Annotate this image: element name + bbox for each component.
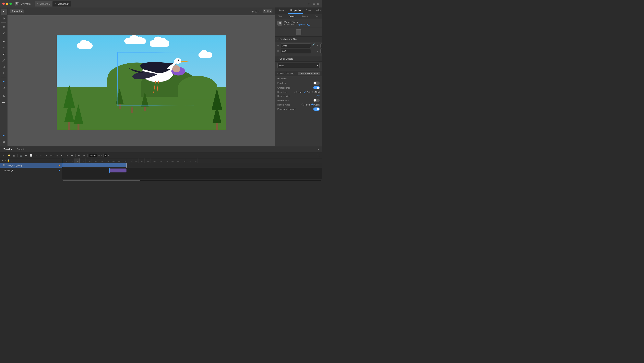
bone-type-hard[interactable]: Hard (294, 91, 302, 93)
tab-timeline[interactable]: Timeline (2, 147, 14, 152)
timeline-tracks[interactable]: 10 20 30 40 50 60 70 80 90 100 110 120 1… (62, 158, 322, 182)
h-row: H 🔗 Y (277, 49, 320, 53)
more-tools[interactable]: ••• (1, 100, 7, 106)
delete-layer-button[interactable]: 🗑 (12, 153, 16, 158)
layers-stack-icon: ⊞ (2, 159, 3, 162)
timeline-toolbar: + 📁 🗑 📷 ⏺ ⬜ ⊡ ⟳ ⊗ ◁◁ ◁ ■ ▷ ▶ ↩ ↪ 30.00 F… (0, 153, 322, 158)
create-bones-toggle[interactable] (313, 86, 320, 89)
canvas-container: Scene 1 ▾ ⊕ ⊠ ▭ 51% ▾ (8, 8, 275, 146)
bone-type-flexi[interactable]: Flexi (312, 91, 320, 93)
camera-button[interactable]: 📷 (19, 153, 23, 158)
onion-button[interactable]: ⊡ (34, 153, 38, 158)
section-color-effects[interactable]: ▾ Color Effects (275, 56, 322, 62)
color-effects-dropdown[interactable]: None ▾ (277, 63, 320, 68)
layer-layer1[interactable]: □ Layer_1 (0, 168, 62, 173)
scroll-thumb[interactable] (63, 180, 140, 181)
snap-icon-3[interactable]: ▭ (258, 10, 261, 13)
redo-button[interactable]: ↪ (82, 153, 86, 158)
object-instance-label: Instance of: WarpedAsset_1 (284, 23, 320, 26)
bone-tool[interactable]: ✦ (1, 79, 7, 85)
text-tool[interactable]: T (1, 70, 7, 76)
handle-open[interactable]: Open (312, 104, 320, 106)
tab-close-icon2[interactable]: ✕ (55, 3, 56, 5)
record-button[interactable]: ⏺ (24, 153, 28, 158)
paint-tool[interactable]: 🖊 (1, 58, 7, 63)
snap-icon-1[interactable]: ⊕ (252, 10, 254, 13)
fps-display[interactable]: 30.00 (89, 154, 97, 157)
maximize-button[interactable] (10, 3, 12, 5)
tab-align[interactable]: Align (314, 8, 322, 14)
shape-tool[interactable]: □ (1, 64, 7, 70)
width-input[interactable] (281, 44, 311, 48)
reset-warped-asset-button[interactable]: ↺ Reset warped asset (298, 72, 320, 75)
free-transform-tool[interactable]: ⟲ (1, 24, 7, 30)
add-layer-button[interactable]: + (2, 153, 6, 158)
camera-tool[interactable]: ⊙ (1, 85, 7, 91)
canvas[interactable]: + (8, 15, 275, 146)
tab-close-icon[interactable]: ✕ (37, 3, 38, 5)
bone-type-soft[interactable]: Soft (304, 91, 310, 93)
pencil-tool[interactable]: ✏ (1, 45, 7, 51)
fullscreen-icon[interactable]: ▷ (318, 2, 320, 5)
rewind-button[interactable]: ◁◁ (49, 153, 54, 158)
scene-selector[interactable]: Scene 1 ▾ (10, 10, 24, 14)
section-position-size[interactable]: ▾ Position and Size (275, 37, 322, 42)
pen-tool[interactable]: ✒ (1, 39, 7, 45)
propagate-changes-toggle[interactable] (313, 108, 320, 111)
section-warp-options[interactable]: ▾ Warp Options ↺ Reset warped asset (275, 71, 322, 76)
sub-tab-frame[interactable]: Frame (300, 14, 310, 19)
stork-keyframe (62, 163, 62, 168)
layer-lock-icon: 🔒 (7, 159, 10, 162)
wh-row: W 🔗 X (277, 44, 320, 48)
tab-color[interactable]: Color (304, 8, 314, 14)
object-thumb-area (275, 28, 322, 37)
loop-button[interactable]: ⟳ (39, 153, 44, 158)
sub-tab-doc[interactable]: Doc (313, 14, 320, 19)
link-icon[interactable]: 🔗 (312, 44, 315, 48)
frame-display[interactable]: 1 (104, 154, 108, 157)
zoom-tool[interactable]: ⊕ (1, 93, 7, 99)
snap-icon-2[interactable]: ⊠ (255, 10, 257, 13)
folder-button[interactable]: 📁 (7, 153, 11, 158)
timeline-options-icon[interactable]: ≡ (316, 147, 320, 152)
height-input[interactable] (281, 49, 311, 53)
handle-fixed[interactable]: Fixed (302, 104, 310, 106)
zoom-control[interactable]: 51% ▾ (262, 10, 272, 14)
stop-button[interactable]: ■ (60, 153, 64, 158)
tab-output[interactable]: Output (15, 147, 26, 152)
track-stork[interactable] (62, 163, 322, 168)
brush-tool[interactable]: 🖌 (1, 51, 7, 57)
window-icon[interactable]: ▭ (312, 2, 315, 5)
expand-timeline-button[interactable]: ⛶ (316, 153, 320, 158)
tab-properties[interactable]: Properties (288, 8, 303, 14)
close-button[interactable] (2, 3, 5, 5)
mask-button[interactable]: ⊗ (44, 153, 48, 158)
frame-button[interactable]: ⬜ (29, 153, 33, 158)
sub-tab-tool[interactable]: Tool (277, 14, 284, 19)
prev-frame-button[interactable]: ◁ (54, 153, 59, 158)
color-swatch-icon[interactable]: ◼ (1, 132, 7, 138)
snap-to-grid-icon[interactable]: ⊞ (1, 139, 7, 145)
freeze-joint-toggle[interactable] (313, 99, 320, 102)
play-button[interactable]: ▶ (70, 153, 74, 158)
x-input[interactable] (320, 44, 322, 48)
section-title-position: Position and Size (280, 38, 320, 41)
undo-button[interactable]: ↩ (77, 153, 81, 158)
transform-tool[interactable]: ⤢ (1, 30, 7, 36)
sub-tab-object[interactable]: Object (288, 14, 297, 19)
tab-untitled1[interactable]: ✕ Untitled-1 (34, 1, 52, 7)
subselect-tool[interactable]: ⊹ (1, 15, 7, 21)
timeline-scroll[interactable] (62, 179, 322, 182)
select-tool[interactable]: ↖ (1, 9, 7, 15)
share-icon[interactable]: ⬆ (308, 2, 310, 5)
flexi-radio-circle (312, 91, 314, 93)
mesh-eye-icon[interactable]: 👁 (277, 77, 280, 80)
layer-stork[interactable]: 🖼 Stork_with_Baby (0, 163, 62, 168)
tab-assets[interactable]: Assets (276, 8, 288, 14)
minimize-button[interactable] (6, 3, 8, 5)
envelope-toggle[interactable] (313, 82, 320, 85)
tab-untitled2[interactable]: ✕ Untitled-2* (52, 1, 71, 7)
next-frame-button[interactable]: ▷ (65, 153, 69, 158)
y-input[interactable] (320, 49, 322, 53)
track-layer1[interactable] (62, 168, 322, 173)
